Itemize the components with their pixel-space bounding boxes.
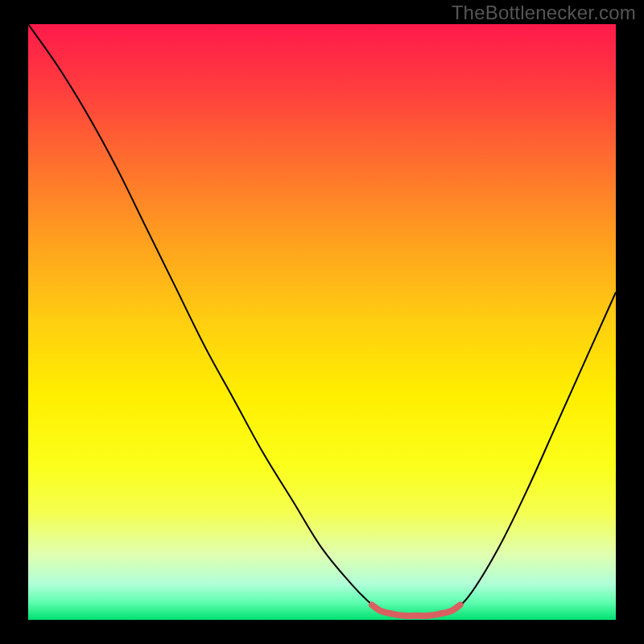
plot-area — [28, 24, 616, 620]
curve-layer — [28, 24, 616, 620]
sweet-spot-marker — [372, 605, 460, 616]
chart-container: TheBottlenecker.com — [0, 0, 644, 644]
watermark-text: TheBottlenecker.com — [452, 2, 636, 24]
bottleneck-curve — [28, 24, 616, 617]
